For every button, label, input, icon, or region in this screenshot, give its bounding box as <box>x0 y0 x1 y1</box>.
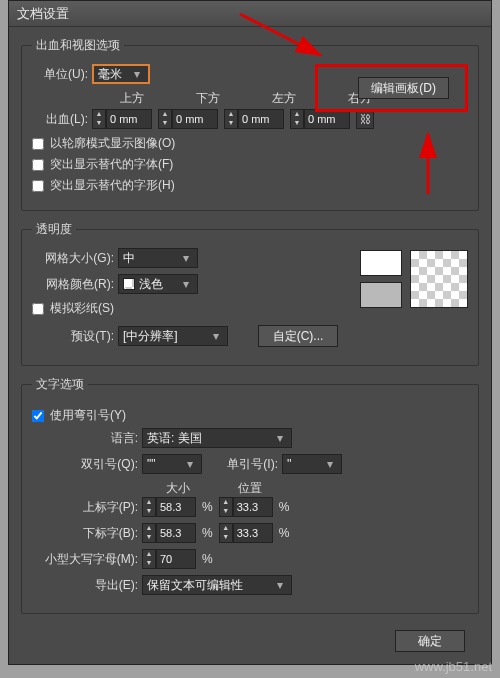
chevron-down-icon: ▾ <box>323 457 337 471</box>
grid-color-select[interactable]: 浅色 ▾ <box>118 274 198 294</box>
chevron-down-icon: ▾ <box>209 329 223 343</box>
size-header: 大小 <box>142 480 214 497</box>
dialog-title: 文档设置 <box>17 5 69 23</box>
swatch-white[interactable] <box>360 250 402 276</box>
preset-select[interactable]: [中分辨率]▾ <box>118 326 228 346</box>
swatch-gray[interactable] <box>360 282 402 308</box>
edit-artboard-button[interactable]: 编辑画板(D) <box>358 77 449 99</box>
position-header: 位置 <box>214 480 286 497</box>
dialog-footer: 确定 <box>21 624 479 658</box>
chevron-down-icon: ▾ <box>273 578 287 592</box>
language-select[interactable]: 英语: 美国▾ <box>142 428 292 448</box>
chevron-down-icon: ▾ <box>179 277 193 291</box>
checker-preview <box>410 250 468 308</box>
grid-size-select[interactable]: 中▾ <box>118 248 198 268</box>
subscript-pos-input[interactable]: ▲▼ <box>219 523 273 543</box>
curly-quotes-checkbox[interactable]: 使用弯引号(Y) <box>32 407 468 424</box>
single-quote-select[interactable]: ''▾ <box>282 454 342 474</box>
superscript-pos-input[interactable]: ▲▼ <box>219 497 273 517</box>
language-label: 语言: <box>32 430 142 447</box>
document-setup-dialog: 文档设置 出血和视图选项 编辑画板(D) 单位(U): 毫米 ▾ 上方 下方 左… <box>8 0 492 665</box>
titlebar[interactable]: 文档设置 <box>9 1 491 27</box>
chevron-down-icon: ▾ <box>130 67 144 81</box>
text-legend: 文字选项 <box>32 376 88 393</box>
chevron-down-icon: ▾ <box>179 251 193 265</box>
export-label: 导出(E): <box>32 577 142 594</box>
chevron-down-icon: ▾ <box>273 431 287 445</box>
highlight-font-checkbox[interactable]: 突出显示替代的字体(F) <box>32 156 468 173</box>
superscript-size-input[interactable]: ▲▼ <box>142 497 196 517</box>
double-quote-label: 双引号(Q): <box>32 456 142 473</box>
export-select[interactable]: 保留文本可编辑性▾ <box>142 575 292 595</box>
bleed-right-input[interactable]: ▲▼ <box>290 109 350 129</box>
unit-value: 毫米 <box>98 66 122 83</box>
subscript-size-input[interactable]: ▲▼ <box>142 523 196 543</box>
single-quote-label: 单引号(I): <box>202 456 282 473</box>
bleed-bottom-input[interactable]: ▲▼ <box>158 109 218 129</box>
bleed-top-input[interactable]: ▲▼ <box>92 109 152 129</box>
dialog-content: 出血和视图选项 编辑画板(D) 单位(U): 毫米 ▾ 上方 下方 左方 右方 … <box>9 27 491 666</box>
text-options-group: 文字选项 使用弯引号(Y) 语言: 英语: 美国▾ 双引号(Q): ""▾ 单引… <box>21 376 479 614</box>
left-label: 左方 <box>248 90 320 107</box>
simulate-paper-checkbox[interactable]: 模拟彩纸(S) <box>32 300 360 317</box>
subscript-label: 下标字(B): <box>32 525 142 542</box>
bleed-label: 出血(L): <box>32 111 92 128</box>
top-label: 上方 <box>96 90 168 107</box>
custom-button[interactable]: 自定(C)... <box>258 325 338 347</box>
transparency-group: 透明度 网格大小(G): 中▾ 网格颜色(R): 浅色 ▾ <box>21 221 479 366</box>
bleed-legend: 出血和视图选项 <box>32 37 124 54</box>
highlight-glyph-checkbox[interactable]: 突出显示替代的字形(H) <box>32 177 468 194</box>
double-quote-select[interactable]: ""▾ <box>142 454 202 474</box>
link-icon[interactable]: ⛓ <box>356 109 374 129</box>
superscript-label: 上标字(P): <box>32 499 142 516</box>
smallcaps-label: 小型大写字母(M): <box>32 551 142 568</box>
smallcaps-input[interactable]: ▲▼ <box>142 549 196 569</box>
ok-button[interactable]: 确定 <box>395 630 465 652</box>
transparency-legend: 透明度 <box>32 221 76 238</box>
edit-artboard-highlight: 编辑画板(D) <box>315 64 468 112</box>
outline-mode-checkbox[interactable]: 以轮廓模式显示图像(O) <box>32 135 468 152</box>
unit-select[interactable]: 毫米 ▾ <box>92 64 150 84</box>
grid-color-label: 网格颜色(R): <box>32 276 118 293</box>
bottom-label: 下方 <box>172 90 244 107</box>
bleed-view-group: 出血和视图选项 编辑画板(D) 单位(U): 毫米 ▾ 上方 下方 左方 右方 … <box>21 37 479 211</box>
unit-label: 单位(U): <box>32 66 92 83</box>
grid-size-label: 网格大小(G): <box>32 250 118 267</box>
chevron-down-icon: ▾ <box>183 457 197 471</box>
bleed-left-input[interactable]: ▲▼ <box>224 109 284 129</box>
preset-label: 预设(T): <box>32 328 118 345</box>
